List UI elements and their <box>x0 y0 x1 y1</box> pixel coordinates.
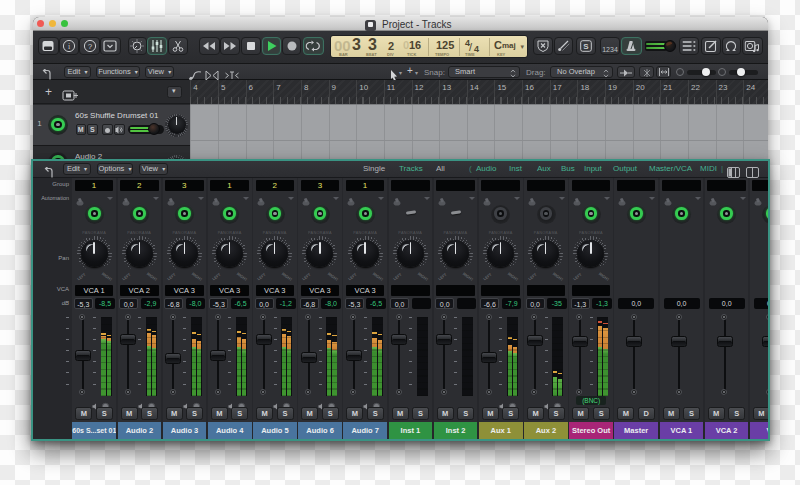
svg-text:S: S <box>583 42 589 51</box>
svg-text:?: ? <box>87 42 92 51</box>
svg-text:i: i <box>68 42 71 51</box>
